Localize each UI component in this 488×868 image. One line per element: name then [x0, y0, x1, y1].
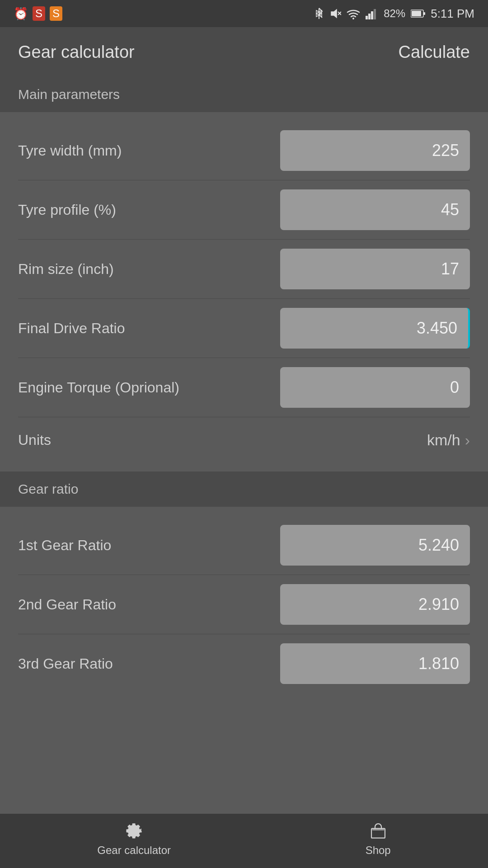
- final-drive-ratio-input[interactable]: [280, 308, 470, 349]
- units-row[interactable]: Units km/h ›: [0, 417, 488, 462]
- rim-size-row: Rim size (inch): [0, 240, 488, 298]
- app-icon-2: S: [50, 6, 62, 21]
- gear-1-row: 1st Gear Ratio: [0, 516, 488, 575]
- gear-3-input[interactable]: [280, 643, 470, 684]
- signal-icon: [366, 8, 378, 19]
- gear-ratio-title: Gear ratio: [18, 481, 78, 496]
- gear-ratio-content: 1st Gear Ratio 2nd Gear Ratio 3rd Gear R…: [0, 507, 488, 702]
- bluetooth-icon: [314, 7, 324, 20]
- svg-rect-5: [368, 14, 371, 19]
- svg-rect-9: [423, 12, 425, 15]
- svg-rect-12: [372, 829, 384, 830]
- gear-2-row: 2nd Gear Ratio: [0, 575, 488, 634]
- gear-1-input[interactable]: [280, 525, 470, 566]
- svg-rect-10: [412, 11, 421, 16]
- gear-2-label: 2nd Gear Ratio: [18, 596, 116, 613]
- rim-size-input[interactable]: [280, 249, 470, 289]
- gear-calculator-tab[interactable]: Gear calculator: [97, 821, 171, 857]
- app-bar: Gear calculator Calculate: [0, 27, 488, 77]
- calculate-button[interactable]: Calculate: [399, 42, 470, 62]
- svg-marker-0: [331, 9, 337, 18]
- app-icon-1: S: [33, 6, 45, 21]
- tyre-profile-label: Tyre profile (%): [18, 202, 116, 218]
- gear-3-row: 3rd Gear Ratio: [0, 634, 488, 693]
- units-value-container[interactable]: km/h ›: [427, 431, 470, 449]
- main-parameters-header: Main parameters: [0, 77, 488, 112]
- units-value-text: km/h: [427, 431, 460, 449]
- svg-rect-7: [374, 9, 376, 19]
- gear-calculator-tab-label: Gear calculator: [97, 844, 171, 857]
- status-bar-icons: 82% 5:11 PM: [314, 7, 474, 21]
- alarm-icon: ⏰: [14, 7, 28, 21]
- main-parameters-content: Tyre width (mm) Tyre profile (%) Rim siz…: [0, 112, 488, 472]
- engine-torque-input[interactable]: [280, 367, 470, 408]
- wifi-icon: [347, 8, 360, 19]
- battery-icon: [411, 9, 425, 18]
- rim-size-label: Rim size (inch): [18, 261, 114, 278]
- mute-icon: [329, 8, 341, 19]
- final-drive-ratio-row: Final Drive Ratio: [0, 299, 488, 358]
- svg-rect-4: [366, 16, 368, 19]
- gear-3-label: 3rd Gear Ratio: [18, 656, 113, 672]
- final-drive-ratio-label: Final Drive Ratio: [18, 320, 125, 337]
- status-time: 5:11 PM: [431, 7, 474, 21]
- main-parameters-title: Main parameters: [18, 87, 120, 102]
- gear-ratio-header: Gear ratio: [0, 472, 488, 507]
- shop-icon: [368, 821, 388, 840]
- tyre-profile-input[interactable]: [280, 189, 470, 230]
- svg-rect-6: [371, 11, 373, 19]
- tyre-width-label: Tyre width (mm): [18, 142, 122, 159]
- chevron-right-icon: ›: [465, 431, 470, 449]
- status-bar: ⏰ S S: [0, 0, 488, 27]
- engine-torque-row: Engine Torque (Oprional): [0, 358, 488, 417]
- status-bar-left: ⏰ S S: [14, 6, 62, 21]
- gear-1-label: 1st Gear Ratio: [18, 537, 111, 554]
- shop-tab-label: Shop: [366, 844, 391, 857]
- units-label: Units: [18, 432, 51, 448]
- tyre-width-input[interactable]: [280, 130, 470, 171]
- svg-point-3: [352, 18, 354, 19]
- engine-torque-label: Engine Torque (Oprional): [18, 379, 179, 396]
- tyre-width-row: Tyre width (mm): [0, 121, 488, 180]
- tyre-profile-row: Tyre profile (%): [0, 180, 488, 239]
- battery-percent: 82%: [384, 7, 405, 20]
- page-wrapper: ⏰ S S: [0, 0, 488, 868]
- gear-2-input[interactable]: [280, 584, 470, 625]
- shop-tab[interactable]: Shop: [366, 821, 391, 857]
- bottom-nav: Gear calculator Shop: [0, 814, 488, 868]
- gear-icon: [124, 821, 144, 840]
- app-bar-title: Gear calculator: [18, 42, 135, 62]
